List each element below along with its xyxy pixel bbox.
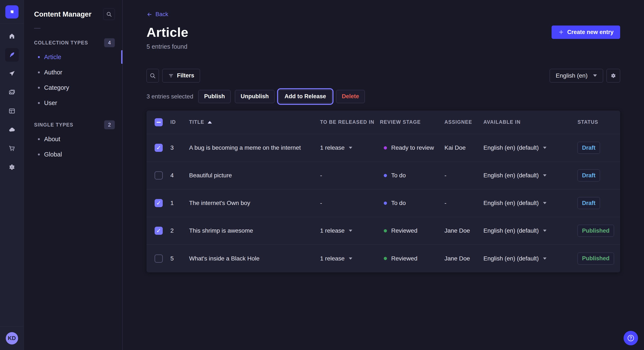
row-review-stage: Ready to review (380, 144, 444, 151)
row-review-stage: Reviewed (380, 255, 444, 262)
sidebar-item-author[interactable]: Author (24, 65, 122, 80)
settings-button[interactable] (606, 69, 620, 82)
table-row[interactable]: 1 The internet's Own boy - To do - Engli… (146, 189, 620, 217)
row-locale-dropdown[interactable]: English (en) (default) (484, 144, 578, 151)
chevron-down-icon (543, 147, 546, 149)
filter-icon (168, 73, 174, 79)
row-review-stage: To do (380, 172, 444, 179)
row-assignee: Jane Doe (444, 255, 484, 262)
row-checkbox[interactable] (154, 199, 163, 207)
bullet-icon (38, 138, 40, 140)
column-header-review-stage[interactable]: REVIEW STAGE (380, 119, 444, 125)
stage-dot-icon (384, 174, 387, 177)
sidebar-item-article[interactable]: Article (24, 49, 122, 65)
status-badge: Published (578, 225, 614, 237)
single-types-label: SINGLE TYPES (34, 122, 73, 128)
status-badge: Published (578, 253, 614, 265)
column-header-assignee[interactable]: ASSIGNEE (444, 119, 484, 125)
row-release-dropdown[interactable]: 1 release (320, 227, 380, 234)
row-checkbox[interactable] (154, 172, 163, 179)
subnav-search-button[interactable] (103, 8, 115, 20)
strapi-logo (5, 5, 18, 18)
row-locale-dropdown[interactable]: English (en) (default) (484, 227, 578, 234)
subnav-divider (34, 28, 40, 28)
delete-button[interactable]: Delete (336, 90, 365, 103)
row-release-dropdown: - (320, 200, 380, 206)
chevron-down-icon (349, 257, 352, 260)
user-avatar[interactable]: KD (6, 332, 18, 345)
search-button[interactable] (146, 69, 159, 82)
table-row[interactable]: 5 What's inside a Black Hole 1 release R… (146, 245, 620, 272)
row-id: 4 (170, 172, 189, 179)
bulk-action-bar: 3 entries selected Publish Unpublish Add… (146, 88, 620, 105)
back-link[interactable]: Back (146, 11, 168, 18)
bullet-icon (38, 71, 40, 73)
row-id: 1 (170, 200, 189, 206)
column-header-status[interactable]: STATUS (578, 119, 620, 125)
row-checkbox[interactable] (154, 144, 163, 152)
bullet-icon (38, 56, 40, 58)
chevron-down-icon (543, 230, 546, 232)
column-header-available-in[interactable]: AVAILABLE IN (484, 119, 578, 125)
table-row[interactable]: 2 This shrimp is awesome 1 release Revie… (146, 217, 620, 245)
send-icon[interactable] (5, 67, 19, 80)
table-row[interactable]: 3 A bug is becoming a meme on the intern… (146, 134, 620, 162)
home-icon[interactable] (5, 29, 19, 43)
row-title: A bug is becoming a meme on the internet (189, 144, 320, 151)
row-locale-dropdown[interactable]: English (en) (default) (484, 255, 578, 262)
row-release-dropdown[interactable]: 1 release (320, 255, 380, 262)
column-header-to-be-released-in[interactable]: TO BE RELEASED IN (320, 119, 380, 125)
gear-icon[interactable] (5, 160, 19, 174)
select-all-checkbox[interactable] (154, 118, 163, 126)
locale-select[interactable]: English (en) (550, 69, 603, 82)
question-mark-icon (627, 334, 635, 342)
sidebar-item-category[interactable]: Category (24, 80, 122, 95)
help-button[interactable] (624, 331, 638, 345)
row-release-dropdown: - (320, 172, 380, 179)
strapi-logo-cell[interactable] (0, 0, 24, 24)
row-id: 3 (170, 144, 189, 151)
stage-dot-icon (384, 201, 387, 205)
row-locale-dropdown[interactable]: English (en) (default) (484, 200, 578, 206)
row-assignee: Kai Doe (444, 144, 484, 151)
status-badge: Draft (578, 170, 600, 181)
selection-summary: 3 entries selected (146, 93, 193, 100)
sidebar-item-about[interactable]: About (24, 131, 122, 147)
sidebar-item-user[interactable]: User (24, 95, 122, 111)
publish-button[interactable]: Publish (198, 90, 231, 103)
collection-types-count-badge: 4 (104, 38, 115, 47)
cloud-icon[interactable] (5, 123, 19, 137)
table-row[interactable]: 4 Beautiful picture - To do - English (e… (146, 162, 620, 189)
create-new-entry-button[interactable]: Create new entry (552, 25, 620, 39)
filters-button[interactable]: Filters (162, 69, 200, 82)
table-header-row: ID TITLE TO BE RELEASED IN REVIEW STAGE … (146, 111, 620, 134)
column-header-title[interactable]: TITLE (189, 119, 320, 125)
cart-icon[interactable] (5, 142, 19, 155)
rail-footer: KD (0, 326, 24, 350)
main-nav-rail: KD (0, 0, 24, 350)
feather-icon[interactable] (5, 48, 19, 62)
chevron-down-icon (543, 202, 546, 204)
content-manager-subnav: Content Manager COLLECTION TYPES 4 Artic… (24, 0, 123, 350)
bullet-icon (38, 102, 40, 104)
media-icon[interactable] (5, 85, 19, 99)
entries-table: ID TITLE TO BE RELEASED IN REVIEW STAGE … (146, 111, 620, 272)
layout-icon[interactable] (5, 104, 19, 118)
row-title: Beautiful picture (189, 172, 320, 179)
page-title: Article (146, 25, 188, 40)
row-checkbox[interactable] (154, 255, 163, 263)
row-release-dropdown[interactable]: 1 release (320, 144, 380, 151)
sidebar-item-global[interactable]: Global (24, 147, 122, 162)
unpublish-button[interactable]: Unpublish (235, 90, 274, 103)
gear-icon (610, 72, 616, 79)
row-checkbox[interactable] (154, 227, 163, 235)
sort-ascending-icon (208, 121, 212, 124)
single-types-count-badge: 2 (104, 120, 115, 129)
stage-dot-icon (384, 257, 387, 260)
column-header-id[interactable]: ID (170, 119, 189, 125)
row-locale-dropdown[interactable]: English (en) (default) (484, 172, 578, 179)
collection-types-list: Article Author Category User (24, 49, 122, 111)
collection-types-label: COLLECTION TYPES (34, 40, 88, 46)
add-to-release-button[interactable]: Add to Release (279, 90, 332, 103)
row-assignee: - (444, 200, 484, 206)
